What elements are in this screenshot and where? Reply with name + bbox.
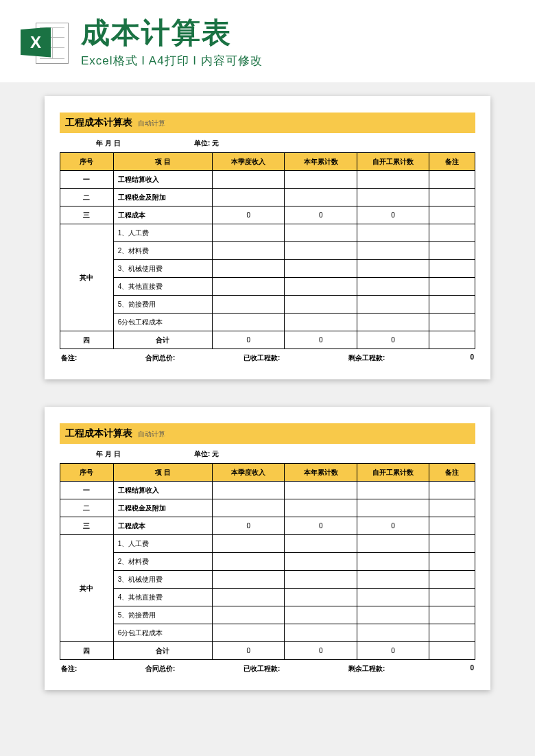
col-seq: 序号	[60, 153, 114, 171]
footer-remaining-value: 0	[453, 353, 474, 363]
col-remark: 备注	[429, 153, 475, 171]
table-row: 二 工程税金及附加	[60, 189, 475, 206]
col-item: 项 目	[113, 153, 212, 171]
banner-title: 工程成本计算表	[65, 117, 132, 129]
sheet-page: 工程成本计算表 自动计算 年 月 日 单位: 元 序号 项 目 本季度收入 本年…	[45, 407, 490, 690]
table-row: 4、其他直接费	[60, 278, 475, 296]
table-row: 6分包工程成本	[60, 314, 475, 331]
group-label: 其中	[60, 224, 114, 331]
meta-row: 年 月 日 单位: 元	[60, 133, 475, 152]
table-row: 2、材料费	[60, 242, 475, 260]
col-c1: 本季度收入	[213, 153, 285, 171]
footer-contract: 合同总价:	[145, 353, 175, 363]
sheet-banner: 工程成本计算表 自动计算	[60, 113, 475, 133]
table-row: 一 工程结算收入	[60, 171, 475, 189]
date-label: 年 月 日	[64, 139, 153, 148]
unit-label: 单位: 元	[194, 139, 219, 148]
footer-row: 备注: 合同总价: 已收工程款: 剩余工程款: 0	[60, 349, 475, 363]
table-row: 三 工程成本 0 0 0	[60, 206, 475, 224]
cost-table: 序号 项 目 本季度收入 本年累计数 自开工累计数 备注 一工程结算收入 二工程…	[60, 463, 475, 660]
col-c3: 自开工累计数	[357, 153, 429, 171]
cost-table: 序号 项 目 本季度收入 本年累计数 自开工累计数 备注 一 工程结算收入 二 …	[60, 152, 475, 349]
footer-received: 已收工程款:	[243, 353, 280, 363]
banner-subtitle: 自动计算	[138, 119, 165, 128]
table-header-row: 序号 项 目 本季度收入 本年累计数 自开工累计数 备注	[60, 153, 475, 171]
table-row: 3、机械使用费	[60, 260, 475, 278]
excel-icon: X	[21, 19, 69, 67]
template-header: X 成本计算表 Excel格式 I A4打印 I 内容可修改	[0, 0, 535, 82]
header-text: 成本计算表 Excel格式 I A4打印 I 内容可修改	[81, 17, 263, 69]
table-row: 其中 1、人工费	[60, 224, 475, 242]
table-row: 5、简接费用	[60, 296, 475, 314]
sheet-banner: 工程成本计算表 自动计算	[60, 423, 475, 444]
col-c2: 本年累计数	[285, 153, 357, 171]
document-preview: 工程成本计算表 自动计算 年 月 日 单位: 元 序号 项 目 本季度收入 本年…	[45, 96, 490, 718]
table-row-total: 四 合计 0 0 0	[60, 331, 475, 349]
page-subtitle: Excel格式 I A4打印 I 内容可修改	[81, 53, 263, 69]
footer-remark: 备注:	[61, 353, 77, 363]
page-title: 成本计算表	[81, 17, 263, 49]
sheet-page: 工程成本计算表 自动计算 年 月 日 单位: 元 序号 项 目 本季度收入 本年…	[45, 96, 490, 379]
footer-remaining: 剩余工程款:	[348, 354, 385, 362]
